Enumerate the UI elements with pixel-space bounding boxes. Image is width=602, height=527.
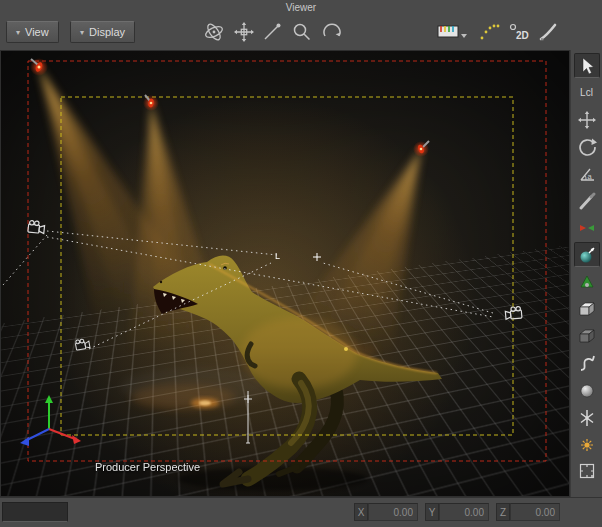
spline-icon[interactable] (574, 350, 600, 375)
lcl-gbl-toggle[interactable]: Lcl (574, 80, 600, 105)
axis-y-label: Y (425, 503, 439, 521)
pan-icon[interactable] (232, 21, 256, 43)
svg-text:a: a (587, 171, 592, 180)
rotate-icon[interactable] (574, 134, 600, 159)
camera-gizmo-right[interactable] (505, 306, 522, 319)
right-toolbar: Lcl a (570, 50, 602, 497)
y-value-input[interactable] (439, 503, 489, 521)
status-bar: X Y Z (0, 497, 602, 527)
link-line-icon[interactable] (260, 21, 284, 43)
orbit-icon[interactable] (202, 21, 226, 43)
coord-field-y: Y (425, 503, 489, 521)
translate-icon[interactable] (574, 107, 600, 132)
protractor-icon[interactable]: a (574, 161, 600, 186)
axis-gizmo (20, 395, 81, 446)
spotlight-2[interactable] (143, 95, 159, 111)
coord-field-x: X (354, 503, 418, 521)
marker-pen-icon[interactable] (574, 188, 600, 213)
display-menu-label: Display (89, 26, 125, 38)
scene-svg: L (1, 51, 570, 497)
axis-x-label: X (354, 503, 368, 521)
gray-cube-icon[interactable] (574, 323, 600, 348)
ruler-icon[interactable] (437, 22, 469, 42)
main-area: L (0, 50, 602, 497)
window-title: Viewer (286, 2, 316, 13)
dotted-curve-icon[interactable] (479, 22, 501, 42)
camera-name-label: Producer Perspective (95, 461, 200, 473)
null-marker (344, 347, 348, 351)
pen-icon[interactable] (538, 22, 560, 42)
trex-nostril (160, 281, 162, 283)
coord-field-z: Z (496, 503, 560, 521)
display-menu-button[interactable]: ▾ Display (70, 21, 135, 43)
window-title-bar: Viewer (0, 0, 602, 14)
chevron-down-icon: ▾ (16, 28, 20, 37)
status-left-field[interactable] (2, 502, 68, 522)
camera-gizmo-left[interactable] (28, 220, 45, 233)
marker-l-label: L (275, 251, 280, 261)
lcl-label: Lcl (580, 87, 593, 98)
sphere-icon[interactable] (574, 377, 600, 402)
frame-icon[interactable] (574, 458, 600, 483)
axis-z-label: Z (496, 503, 510, 521)
z-value-input[interactable] (510, 503, 560, 521)
select-arrow-icon[interactable] (574, 53, 600, 78)
flare-icon[interactable] (574, 431, 600, 456)
spotlight-1[interactable] (30, 58, 48, 76)
view-menu-label: View (25, 26, 49, 38)
bone-asterisk-icon[interactable] (574, 404, 600, 429)
white-cube-icon[interactable] (574, 296, 600, 321)
chevron-down-icon: ▾ (80, 28, 84, 37)
x-value-input[interactable] (368, 503, 418, 521)
arc-rotate-icon[interactable] (320, 21, 344, 43)
2d-mode-icon[interactable]: 2D (507, 22, 531, 42)
view-menu-button[interactable]: ▾ View (6, 21, 59, 43)
coordinate-fields: X Y Z (354, 503, 560, 521)
sphere-arrow-icon[interactable] (574, 242, 600, 267)
key-colors-icon[interactable] (574, 215, 600, 240)
zoom-icon[interactable] (290, 21, 314, 43)
viewer-toolbar: ▾ View ▾ Display (0, 14, 602, 50)
viewport-canvas[interactable]: L (0, 50, 570, 497)
viewer-window: Viewer ▾ View ▾ Display (0, 0, 602, 527)
dropdown-arrow-icon (461, 34, 467, 38)
spotlight-3[interactable] (413, 141, 429, 157)
green-cone-icon[interactable] (574, 269, 600, 294)
svg-text:2D: 2D (516, 30, 529, 41)
